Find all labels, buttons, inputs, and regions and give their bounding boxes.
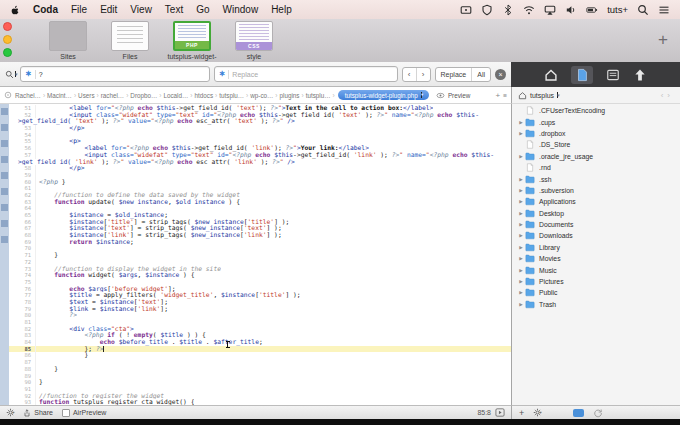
new-tab-button[interactable]: +	[658, 31, 668, 48]
tab-tutsplus-widget[interactable]: PHPtutsplus-widget-	[164, 21, 220, 61]
home-icon[interactable]	[544, 68, 558, 82]
airplay-icon[interactable]	[544, 4, 556, 16]
disclosure-triangle-icon[interactable]: ▶	[517, 211, 525, 216]
sidebar-gear-menu[interactable]: ▾	[533, 408, 541, 417]
code-line[interactable]: 68 $instance['link'] = strip_tags( $new_…	[9, 232, 511, 239]
disclosure-triangle-icon[interactable]: ▶	[517, 120, 525, 125]
tab-sites[interactable]: Sites	[40, 21, 96, 61]
sync-activity-icon[interactable]	[593, 408, 603, 418]
disclosure-triangle-icon[interactable]: ▶	[517, 177, 525, 182]
breadcrumb-segment[interactable]: Locald…	[162, 92, 189, 99]
code-editor[interactable]: 51 <label for="<?php echo $this->get_fie…	[0, 104, 511, 405]
breadcrumb-segment[interactable]: Users	[77, 92, 95, 99]
wildcard-token-icon[interactable]: ∗	[25, 70, 32, 78]
tab-files[interactable]: Files	[102, 21, 158, 61]
file-item-music[interactable]: ▶Music	[512, 264, 680, 275]
root-disk-icon[interactable]	[4, 91, 12, 99]
preview-button[interactable]: Preview	[436, 92, 470, 99]
menu-view[interactable]: View	[130, 4, 152, 15]
file-item-ssh[interactable]: ▶.ssh	[512, 173, 680, 184]
file-item-ds-store[interactable]: .DS_Store	[512, 139, 680, 150]
find-previous-button[interactable]: ‹	[403, 68, 417, 81]
wifi-icon[interactable]	[523, 4, 535, 16]
notification-list-icon[interactable]	[658, 4, 670, 16]
code-line[interactable]: 88 }	[9, 366, 511, 373]
file-item-applications[interactable]: ▶Applications	[512, 196, 680, 207]
replace-input[interactable]: ∗ Replace	[214, 66, 398, 82]
menu-go[interactable]: Go	[196, 4, 209, 15]
code-line[interactable]: 65 $instance = $old_instance;	[9, 212, 511, 219]
code-line[interactable]: 86 }	[9, 352, 511, 359]
file-item-desktop[interactable]: ▶Desktop	[512, 208, 680, 219]
breadcrumb-segment[interactable]: Rachel…	[14, 92, 42, 99]
menu-coda[interactable]: Coda	[33, 4, 58, 15]
volume-icon[interactable]	[565, 4, 577, 16]
menu-text[interactable]: Text	[165, 4, 183, 15]
code-line[interactable]: 54	[9, 132, 511, 139]
split-add-button[interactable]: +	[496, 91, 501, 100]
find-next-button[interactable]: ›	[417, 68, 430, 81]
code-line[interactable]: 61	[9, 185, 511, 192]
search-icon[interactable]	[637, 4, 649, 16]
search-input[interactable]: ∗ ?	[20, 66, 210, 82]
file-item-cups[interactable]: ▶.cups	[512, 116, 680, 127]
code-line[interactable]: 70	[9, 245, 511, 252]
menu-help[interactable]: Help	[271, 4, 292, 15]
code-line[interactable]: 67 $instance['text'] = strip_tags( $new_…	[9, 225, 511, 232]
code-line[interactable]: 55 <p>	[9, 138, 511, 145]
disclosure-triangle-icon[interactable]: ▶	[517, 290, 525, 295]
breadcrumb-segment[interactable]: tutsplu…	[305, 92, 332, 99]
file-item-cfusertextencoding[interactable]: .CFUserTextEncoding	[512, 105, 680, 116]
code-line[interactable]: 82 <div class="cta">	[9, 326, 511, 333]
file-item-rnd[interactable]: .rnd	[512, 162, 680, 173]
breadcrumb-segment[interactable]: Macint…	[46, 92, 73, 99]
code-line[interactable]: 51 <label for="<?php echo $this->get_fie…	[9, 105, 511, 112]
disclosure-triangle-icon[interactable]: ▶	[517, 154, 525, 159]
code-line[interactable]: 91	[9, 386, 511, 393]
location-name[interactable]: tutsplus	[530, 92, 554, 99]
code-line[interactable]: 76 echo $args['before_widget'];	[9, 286, 511, 293]
disclosure-triangle-icon[interactable]: ▶	[517, 199, 525, 204]
share-button[interactable]: Share	[23, 409, 53, 417]
code-line[interactable]: 58 </p>	[9, 165, 511, 172]
list-menu-icon[interactable]: ≡	[503, 92, 507, 99]
search-scope-button[interactable]: ▾	[5, 70, 16, 79]
minimize-window-button[interactable]	[3, 35, 12, 44]
file-item-oracle-jre-usage[interactable]: ▶.oracle_jre_usage	[512, 151, 680, 162]
code-line[interactable]: 57 <input class="widefat" type="text" id…	[9, 152, 511, 159]
disclosure-triangle-icon[interactable]: ▶	[517, 188, 525, 193]
terminal-list-icon[interactable]	[606, 68, 620, 82]
airpreview-toggle[interactable]: AirPreview	[62, 409, 106, 417]
code-line[interactable]: 60<?php }	[9, 179, 511, 186]
add-file-button[interactable]: +	[519, 408, 524, 418]
disclosure-triangle-icon[interactable]: ▶	[517, 233, 525, 238]
code-line[interactable]: 73 //function to display the widget in t…	[9, 266, 511, 273]
files-browser-icon[interactable]	[571, 66, 593, 84]
shield-icon[interactable]	[481, 4, 493, 16]
code-line[interactable]: 63 function update( $new_instance, $old_…	[9, 199, 511, 206]
code-line[interactable]: 52 <input class="widefat" type="text" id…	[9, 112, 511, 119]
code-line[interactable]: 53 </p>	[9, 125, 511, 132]
replace-button[interactable]: Replace	[436, 68, 473, 81]
code-line[interactable]: 83 <?php if ( ! empty( $title ) ) {	[9, 332, 511, 339]
code-line[interactable]: 75	[9, 279, 511, 286]
file-item-pictures[interactable]: ▶Pictures	[512, 276, 680, 287]
bluetooth-icon[interactable]	[502, 4, 514, 16]
menu-edit[interactable]: Edit	[100, 4, 117, 15]
file-item-public[interactable]: ▶Public	[512, 287, 680, 298]
breadcrumb-segment[interactable]: plugins	[279, 92, 301, 99]
current-file-pill[interactable]: tutsplus-widget-plugin.php ▾	[338, 90, 429, 100]
history-nav[interactable]: ‹›	[661, 91, 674, 100]
code-line[interactable]: 64	[9, 205, 511, 212]
menu-file[interactable]: File	[71, 4, 87, 15]
code-line[interactable]: 87	[9, 359, 511, 366]
file-item-dropbox[interactable]: ▶.dropbox	[512, 128, 680, 139]
menu-window[interactable]: Window	[223, 4, 259, 15]
disclosure-triangle-icon[interactable]: ▶	[517, 256, 525, 261]
publish-upload-icon[interactable]	[633, 68, 647, 82]
wildcard-token-icon[interactable]: ∗	[219, 70, 226, 78]
menubar-user-label[interactable]: tuts+	[607, 4, 628, 15]
code-line[interactable]: 56 <label for="<?php echo $this->get_fie…	[9, 145, 511, 152]
file-item-library[interactable]: ▶Library	[512, 242, 680, 253]
file-item-documents[interactable]: ▶Documents	[512, 219, 680, 230]
